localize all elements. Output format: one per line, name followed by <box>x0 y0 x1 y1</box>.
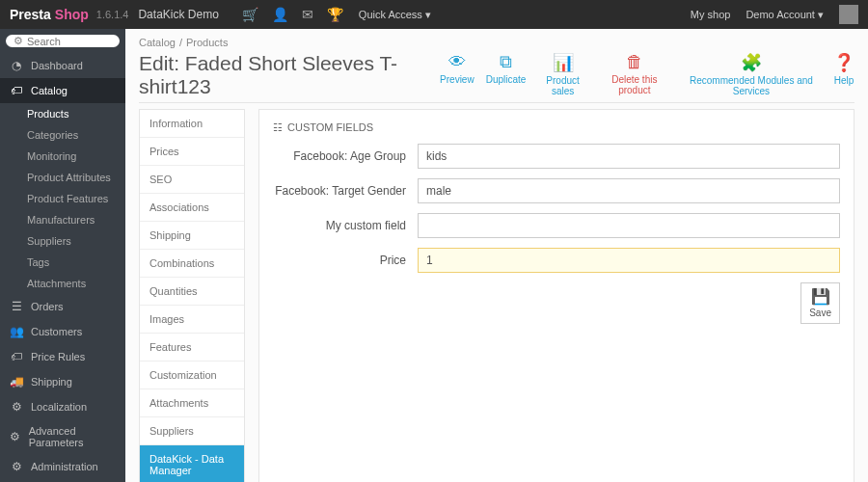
sidebar-sub-monitoring[interactable]: Monitoring <box>0 146 125 167</box>
nav-icon: 🚚 <box>10 375 23 388</box>
tab-quantities[interactable]: Quantities <box>140 278 244 306</box>
sidebar-item-orders[interactable]: ☰Orders <box>0 294 125 319</box>
avatar[interactable] <box>839 5 858 24</box>
nav-icon: 🏷 <box>10 350 23 363</box>
main-content: Catalog/Products Edit: Faded Short Sleev… <box>125 29 868 482</box>
sidebar-item-advanced-parameters[interactable]: ⚙Advanced Parameters <box>0 419 125 454</box>
nav-icon: 🏷 <box>10 84 23 97</box>
sidebar-sub-product-attributes[interactable]: Product Attributes <box>0 167 125 188</box>
sidebar-sub-categories[interactable]: Categories <box>0 124 125 146</box>
mail-icon[interactable]: ✉ <box>302 7 313 22</box>
sidebar-item-shipping[interactable]: 🚚Shipping <box>0 369 125 394</box>
sidebar-sub-suppliers[interactable]: Suppliers <box>0 230 125 252</box>
chart-icon: 📊 <box>537 52 587 73</box>
my-shop-link[interactable]: My shop <box>691 9 731 20</box>
user-icon[interactable]: 👤 <box>272 7 288 22</box>
gear-icon: ⚙ <box>14 35 23 47</box>
account-menu[interactable]: Demo Account ▾ <box>746 9 824 21</box>
age-group-input[interactable] <box>418 144 840 169</box>
page-title: Edit: Faded Short Sleeves T-shirt123 <box>139 52 440 98</box>
price-label: Price <box>273 254 418 267</box>
nav-icon: ◔ <box>10 59 23 72</box>
nav-icon: 👥 <box>10 325 23 338</box>
search-input[interactable] <box>27 36 104 47</box>
tab-suppliers[interactable]: Suppliers <box>140 417 244 445</box>
nav-label: Shipping <box>31 376 72 388</box>
copy-icon: ⧉ <box>486 52 527 72</box>
tab-prices[interactable]: Prices <box>140 138 244 166</box>
sidebar-item-customers[interactable]: 👥Customers <box>0 319 125 344</box>
nav-icon: ⚙ <box>10 400 23 414</box>
version: 1.6.1.4 <box>96 9 129 20</box>
nav-label: Customers <box>31 326 82 337</box>
trophy-icon[interactable]: 🏆 <box>327 7 343 22</box>
help-icon: ❓ <box>833 52 854 73</box>
age-group-label: Facebook: Age Group <box>273 149 418 163</box>
sidebar-item-price-rules[interactable]: 🏷Price Rules <box>0 344 125 369</box>
nav-label: Price Rules <box>31 351 85 362</box>
tab-information[interactable]: Information <box>140 110 244 138</box>
save-button[interactable]: 💾 Save <box>800 282 840 324</box>
panel-heading: ☷CUSTOM FIELDS <box>273 121 840 144</box>
sidebar-item-administration[interactable]: ⚙Administration <box>0 454 125 479</box>
cart-icon[interactable]: 🛒 <box>242 7 258 22</box>
sidebar-item-localization[interactable]: ⚙Localization <box>0 394 125 419</box>
demo-title: DataKick Demo <box>138 8 218 21</box>
sidebar-item-catalog[interactable]: 🏷Catalog <box>0 78 125 103</box>
sidebar-sub-attachments[interactable]: Attachments <box>0 273 125 294</box>
sidebar-sub-product-features[interactable]: Product Features <box>0 188 125 209</box>
tab-datakick-data-manager[interactable]: DataKick - Data Manager <box>140 445 244 482</box>
custom-field-label: My custom field <box>273 219 418 232</box>
sidebar-item-dashboard[interactable]: ◔Dashboard <box>0 53 125 78</box>
tab-shipping[interactable]: Shipping <box>140 222 244 250</box>
help-button[interactable]: ❓Help <box>833 52 854 96</box>
save-icon: 💾 <box>809 287 831 306</box>
tab-associations[interactable]: Associations <box>140 194 244 222</box>
sidebar-sub-products[interactable]: Products <box>0 103 125 124</box>
tab-seo[interactable]: SEO <box>140 166 244 194</box>
custom-fields-panel: ☷CUSTOM FIELDS Facebook: Age Group Faceb… <box>258 109 854 482</box>
price-input[interactable] <box>418 248 840 273</box>
modules-button[interactable]: 🧩Recommended Modules and Services <box>681 52 822 96</box>
nav-label: Administration <box>31 461 98 472</box>
delete-button[interactable]: 🗑Delete this product <box>600 52 669 96</box>
nav-icon: ⚙ <box>10 430 21 443</box>
breadcrumb-products[interactable]: Products <box>186 37 228 48</box>
nav-label: Catalog <box>31 85 68 96</box>
brand-prefix: Presta <box>10 7 51 22</box>
breadcrumb-catalog[interactable]: Catalog <box>139 37 176 48</box>
tab-features[interactable]: Features <box>140 334 244 362</box>
nav-icon: ⚙ <box>10 460 23 473</box>
tab-customization[interactable]: Customization <box>140 362 244 389</box>
duplicate-button[interactable]: ⧉Duplicate <box>486 52 527 96</box>
product-tabs: InformationPricesSEOAssociationsShipping… <box>139 109 245 482</box>
sidebar: ⚙ ◔Dashboard🏷CatalogProductsCategoriesMo… <box>0 29 125 482</box>
sales-button[interactable]: 📊Product sales <box>537 52 587 96</box>
eye-icon: 👁 <box>440 52 475 72</box>
trash-icon: 🗑 <box>600 52 669 72</box>
brand-suffix: Shop <box>55 7 89 22</box>
page-actions: 👁Preview ⧉Duplicate 📊Product sales 🗑Dele… <box>440 52 854 96</box>
sidebar-sub-manufacturers[interactable]: Manufacturers <box>0 209 125 230</box>
tab-combinations[interactable]: Combinations <box>140 250 244 278</box>
target-gender-input[interactable] <box>418 178 840 203</box>
target-gender-label: Facebook: Target Gender <box>273 184 418 198</box>
sidebar-sub-tags[interactable]: Tags <box>0 252 125 273</box>
topbar: PrestaShop 1.6.1.4 DataKick Demo 🛒 👤 ✉ 🏆… <box>0 0 868 29</box>
nav-label: Advanced Parameters <box>29 425 116 448</box>
topbar-icons: 🛒 👤 ✉ 🏆 <box>242 7 343 22</box>
search-box[interactable]: ⚙ <box>6 35 120 47</box>
preview-button[interactable]: 👁Preview <box>440 52 475 96</box>
nav-label: Localization <box>31 401 87 413</box>
sliders-icon: ☷ <box>273 121 283 133</box>
brand: PrestaShop 1.6.1.4 DataKick Demo <box>0 7 229 22</box>
nav-label: Dashboard <box>31 60 83 71</box>
nav-label: Orders <box>31 301 64 312</box>
tab-attachments[interactable]: Attachments <box>140 389 244 417</box>
topbar-right: My shop Demo Account ▾ <box>691 5 868 24</box>
custom-field-input[interactable] <box>418 213 840 238</box>
tab-images[interactable]: Images <box>140 306 244 334</box>
puzzle-icon: 🧩 <box>681 52 822 73</box>
nav-icon: ☰ <box>10 300 23 313</box>
quick-access-menu[interactable]: Quick Access ▾ <box>359 9 431 21</box>
